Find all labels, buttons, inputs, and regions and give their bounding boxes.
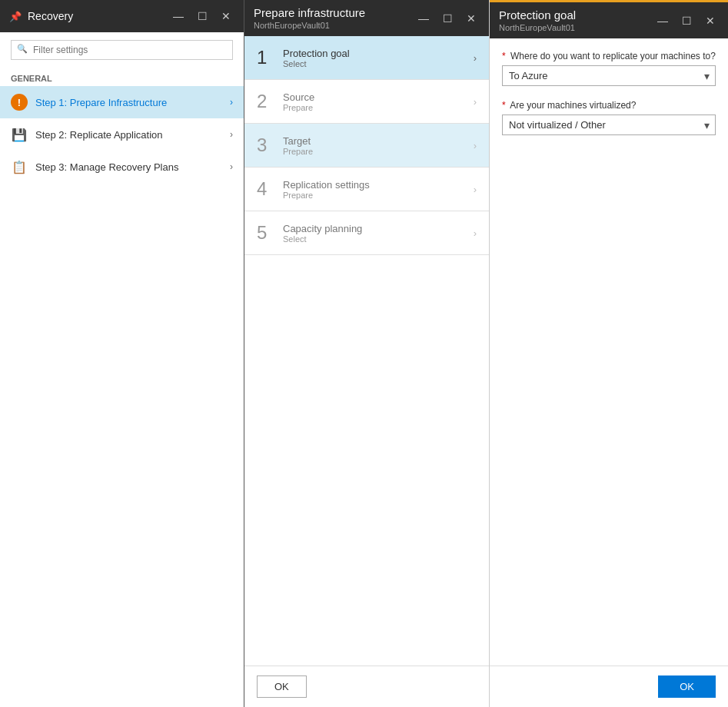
machines-virtualized-label: * Are your machines virtualized?: [502, 100, 716, 111]
step3-chevron: ›: [230, 161, 233, 172]
step1-sub: Select: [283, 59, 350, 68]
wizard-step-1[interactable]: 1 Protection goal Select ›: [244, 36, 489, 80]
step1-title: Protection goal: [283, 48, 350, 59]
step3-icon: 📋: [11, 158, 28, 175]
step5-title: Capacity planning: [283, 223, 362, 234]
step2-number: 2: [257, 91, 272, 112]
middle-panel-header: Prepare infrastructure NorthEuropeVault0…: [244, 0, 489, 36]
pin-icon: 📌: [9, 11, 22, 22]
step3-chevron-mid: ›: [474, 140, 477, 151]
right-panel-title: Protection goal: [499, 8, 576, 22]
step2-sub: Prepare: [283, 103, 314, 112]
sidebar-item-step3[interactable]: 📋 Step 3: Manage Recovery Plans ›: [0, 151, 244, 183]
step4-sub: Prepare: [283, 191, 370, 200]
step1-label: Step 1: Prepare Infrastructure: [35, 97, 167, 108]
required-star-2: *: [502, 100, 506, 111]
left-panel-title: Recovery: [28, 10, 73, 22]
maximize-button[interactable]: ☐: [194, 8, 211, 24]
right-panel-header: Protection goal NorthEuropeVault01 — ☐ ✕: [490, 2, 728, 38]
step2-chevron: ›: [230, 129, 233, 140]
close-button[interactable]: ✕: [218, 8, 234, 24]
step3-title: Target: [283, 135, 313, 147]
step2-icon: 💾: [11, 126, 28, 143]
wizard-step-3[interactable]: 3 Target Prepare ›: [244, 124, 489, 168]
step1-icon: !: [11, 94, 28, 111]
middle-ok-button[interactable]: OK: [257, 675, 307, 698]
where-replicate-select[interactable]: To Azure To a secondary site: [502, 65, 716, 86]
wizard-step-2[interactable]: 2 Source Prepare ›: [244, 80, 489, 124]
step2-title: Source: [283, 91, 314, 103]
middle-panel-title: Prepare infrastructure: [254, 6, 365, 19]
right-minimize-button[interactable]: —: [653, 13, 672, 28]
where-replicate-label: * Where do you want to replicate your ma…: [502, 51, 716, 61]
wizard-step-4[interactable]: 4 Replication settings Prepare ›: [244, 168, 489, 211]
where-replicate-group: * Where do you want to replicate your ma…: [502, 51, 716, 86]
step5-chevron-mid: ›: [474, 227, 477, 239]
orange-accent-bar: [490, 0, 728, 2]
filter-settings-input[interactable]: [11, 40, 233, 60]
middle-panel-footer: OK: [244, 666, 489, 707]
step4-number: 4: [257, 178, 272, 200]
machines-virtualized-label-text: Are your machines virtualized?: [510, 100, 636, 111]
step4-title: Replication settings: [283, 179, 370, 191]
step3-sub: Prepare: [283, 147, 313, 156]
left-panel: 📌 Recovery — ☐ ✕ GENERAL ! Step 1: Prepa…: [0, 0, 244, 707]
step1-chevron-mid: ›: [474, 52, 477, 64]
step3-label: Step 3: Manage Recovery Plans: [35, 161, 178, 173]
middle-maximize-button[interactable]: ☐: [439, 11, 457, 26]
step5-sub: Select: [283, 234, 362, 244]
right-panel-footer: OK: [490, 666, 728, 707]
machines-virtualized-group: * Are your machines virtualized? Not vir…: [502, 100, 716, 135]
middle-close-button[interactable]: ✕: [463, 11, 480, 26]
middle-minimize-button[interactable]: —: [414, 11, 433, 26]
step2-label: Step 2: Replicate Application: [35, 129, 163, 141]
where-replicate-wrapper: To Azure To a secondary site: [502, 65, 716, 86]
left-panel-header: 📌 Recovery — ☐ ✕: [0, 0, 244, 32]
right-content: * Where do you want to replicate your ma…: [490, 38, 728, 666]
required-star-1: *: [502, 51, 506, 61]
machines-virtualized-select[interactable]: Not virtualized / Other Yes, with VMware…: [502, 115, 716, 135]
sidebar-item-step2[interactable]: 💾 Step 2: Replicate Application ›: [0, 118, 244, 151]
right-panel-subtitle: NorthEuropeVault01: [499, 23, 576, 32]
minimize-button[interactable]: —: [169, 8, 188, 24]
step3-number: 3: [257, 134, 272, 156]
step5-number: 5: [257, 222, 272, 244]
general-section-label: GENERAL: [0, 68, 244, 86]
middle-panel: Prepare infrastructure NorthEuropeVault0…: [244, 0, 490, 707]
right-maximize-button[interactable]: ☐: [678, 13, 696, 28]
sidebar-item-step1[interactable]: ! Step 1: Prepare Infrastructure ›: [0, 86, 244, 118]
right-ok-button[interactable]: OK: [658, 675, 716, 698]
step4-chevron-mid: ›: [474, 184, 477, 195]
wizard-step-5[interactable]: 5 Capacity planning Select ›: [244, 211, 489, 255]
where-replicate-label-text: Where do you want to replicate your mach…: [510, 51, 716, 61]
step2-chevron-mid: ›: [474, 96, 477, 108]
wizard-steps: 1 Protection goal Select › 2 Source Prep…: [244, 36, 489, 666]
right-close-button[interactable]: ✕: [702, 13, 719, 28]
step1-number: 1: [257, 47, 272, 68]
step1-chevron: ›: [230, 97, 233, 108]
machines-virtualized-wrapper: Not virtualized / Other Yes, with VMware…: [502, 115, 716, 135]
middle-panel-subtitle: NorthEuropeVault01: [254, 21, 365, 30]
right-panel: Protection goal NorthEuropeVault01 — ☐ ✕…: [490, 0, 728, 707]
